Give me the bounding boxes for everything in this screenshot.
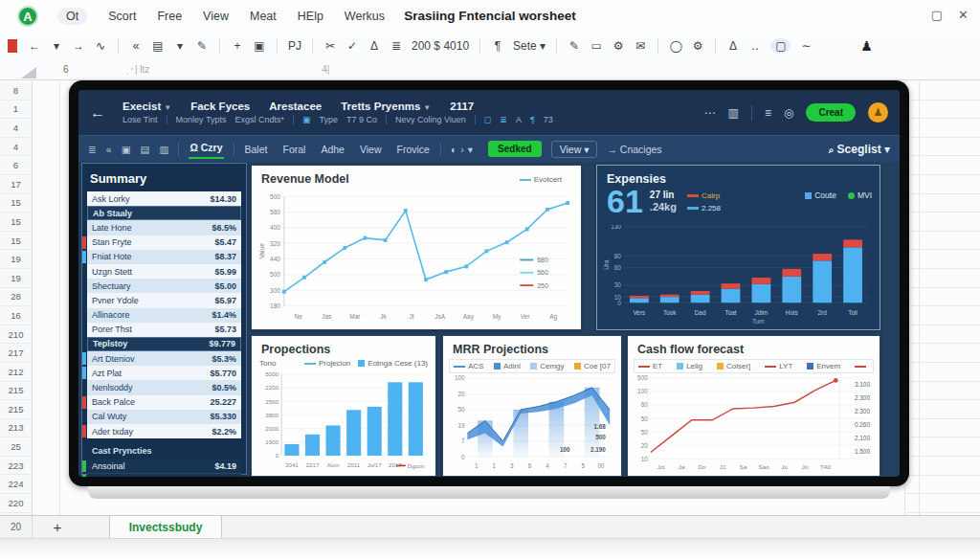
selection-icon[interactable]: ▢	[770, 38, 791, 54]
maximize-icon[interactable]: ▢	[931, 8, 943, 22]
edit-icon[interactable]: ✎	[568, 39, 581, 53]
spreadsheet-grid[interactable]	[904, 81, 980, 515]
summary-row[interactable]: Late Hone$6.5%	[87, 220, 241, 235]
view-dropdown-button[interactable]: View ▾	[551, 141, 598, 158]
person-alert-icon[interactable]: Δ	[726, 39, 740, 53]
cut-icon[interactable]: ✂	[323, 39, 337, 53]
summary-row[interactable]: Back Palce25.227	[87, 395, 241, 410]
nav-subitem[interactable]: Exgsl Cndts*	[234, 115, 284, 124]
summary-row[interactable]: Ader txday$2.2%	[87, 424, 241, 438]
nav-item-2117[interactable]: 2117	[450, 101, 474, 112]
summary-row[interactable]: Shectuary$5.00	[87, 279, 241, 293]
nav-glyph-icon[interactable]: ≣	[500, 115, 507, 124]
summary-row[interactable]: Ab Staaly	[87, 206, 241, 220]
settings-icon[interactable]: ⚙	[612, 39, 625, 53]
summary-row[interactable]: Art Dteniov$5.3%	[87, 351, 241, 366]
tab-frovice[interactable]: Frovice	[396, 142, 431, 157]
seeglist-search[interactable]: ⌕ Sceglist ▾	[829, 143, 890, 156]
nav-subitem[interactable]: A	[516, 115, 522, 124]
style-dropdown[interactable]: Sete ▾	[513, 39, 546, 53]
tab-balet[interactable]: Balet	[244, 142, 269, 157]
summary-row[interactable]: Ansoinal$4.19	[87, 459, 241, 474]
summary-row[interactable]: BAC$2.93	[87, 474, 241, 477]
user-avatar[interactable]: ♟	[868, 102, 888, 123]
create-button[interactable]: Creat	[806, 103, 856, 122]
summary-row[interactable]: Teplstoy$9.779	[87, 337, 241, 351]
shape-icon[interactable]: ◯	[669, 39, 682, 53]
wave-icon[interactable]: ∼	[799, 39, 813, 53]
menu-item-meat[interactable]: Meat	[250, 10, 277, 23]
summary-row[interactable]: Azt Plat$5.770	[87, 366, 241, 380]
history-icon[interactable]: ∿	[94, 39, 107, 53]
nav-subitem[interactable]: Lose Tint	[122, 115, 158, 124]
chevron-right-icon[interactable]: ›	[460, 144, 464, 155]
nav-subitem[interactable]: T7 9 Co	[346, 115, 377, 124]
nav-item-fack-fyces[interactable]: Fack Fyces	[190, 101, 250, 112]
back-arrow-icon[interactable]: ←	[90, 104, 122, 122]
hamburger-icon[interactable]: ≡	[765, 106, 771, 120]
nav-subitem[interactable]: 73	[544, 115, 553, 124]
nav-item-execist[interactable]: Execist▼	[122, 101, 171, 112]
rewind-icon[interactable]: «	[129, 39, 143, 53]
menu-item-view[interactable]: View	[203, 10, 229, 23]
pilcrow-icon[interactable]: ¶	[491, 39, 504, 53]
copy-icon[interactable]: ▣	[253, 39, 266, 53]
check-icon[interactable]: ✓	[345, 39, 359, 53]
tab-czry[interactable]: Ω Czry	[189, 140, 223, 159]
globe-icon[interactable]: ◐	[451, 144, 457, 155]
summary-row[interactable]: Uzgn Stett$5.99	[87, 264, 241, 279]
redo-icon[interactable]: →	[72, 39, 85, 53]
tab-view[interactable]: View	[359, 142, 383, 157]
nav-subitem[interactable]: Type	[319, 115, 338, 124]
summary-row[interactable]: Cal Wuty$5.330	[87, 410, 241, 424]
menu-item-free[interactable]: Free	[157, 10, 182, 23]
saved-button[interactable]: Sedked	[488, 141, 542, 157]
summary-row[interactable]: Ask Lorky$14.30	[87, 191, 241, 206]
menu-item-ot[interactable]: Ot	[57, 8, 87, 25]
list-icon[interactable]: ≣	[390, 39, 403, 53]
changes-link[interactable]: → Cnaciges	[607, 144, 661, 155]
menu-item-help[interactable]: HElp	[298, 10, 323, 23]
nav-glyph-icon[interactable]: ◻	[484, 115, 491, 124]
summary-row[interactable]: Allinacore$1.4%	[87, 308, 241, 323]
nav-item-arestacee[interactable]: Arestacee	[269, 101, 322, 112]
mail-icon[interactable]: ✉	[634, 39, 647, 53]
paragraph-tool[interactable]: PJ	[288, 39, 301, 53]
undo-dropdown-icon[interactable]: ▾	[50, 39, 63, 53]
undo-icon[interactable]: ←	[28, 39, 41, 53]
alert-icon[interactable]: Δ	[368, 39, 381, 53]
clipboard-icon[interactable]: ▥	[160, 144, 169, 155]
nav-glyph-icon[interactable]: ▣	[302, 115, 311, 124]
select-all-corner[interactable]	[21, 67, 36, 78]
edit-pad-icon[interactable]: ▣	[122, 144, 131, 155]
summary-row[interactable]: Pvner Ydole$5.97	[87, 293, 241, 307]
nav-subitem[interactable]: Monley Typts	[176, 115, 227, 124]
summary-row[interactable]: Porer Thst$5.73	[87, 323, 241, 337]
sheet-tab[interactable]: Invectssbudy	[109, 516, 222, 538]
tab-adhe[interactable]: Adhe	[320, 142, 345, 157]
back-icon[interactable]: «	[106, 144, 112, 155]
copy-doc-icon[interactable]: ▤	[141, 144, 150, 155]
name-box[interactable]: 6	[63, 64, 69, 75]
more-icon[interactable]: ‥	[748, 39, 762, 53]
summary-row[interactable]: Nenlsoddy$0.5%	[87, 380, 241, 394]
tab-foral[interactable]: Foral	[281, 142, 306, 157]
summary-row[interactable]: Fniat Hote$8.37	[87, 250, 241, 264]
number-format-label[interactable]: 200 $ 4010	[412, 39, 469, 53]
nav-item-tretts-pryenms[interactable]: Tretts Pryenms▼	[341, 101, 431, 112]
print-dropdown-icon[interactable]: ▾	[173, 39, 187, 53]
print-icon[interactable]: ▤	[151, 39, 165, 53]
close-icon[interactable]: ✕	[958, 8, 969, 22]
nav-subitem[interactable]: Nevy Coling Viuen	[395, 115, 466, 124]
assistant-icon[interactable]: ♟	[859, 38, 873, 54]
menu-item-scort[interactable]: Scort	[108, 10, 136, 23]
card-icon[interactable]: ▭	[590, 39, 603, 53]
chevron-down-icon[interactable]: ▾	[468, 144, 473, 155]
nav-glyph-icon[interactable]: ¶	[530, 115, 535, 124]
target-icon[interactable]: ◎	[784, 106, 793, 120]
menu-item-werkus[interactable]: Werkus	[345, 10, 385, 23]
menu-icon[interactable]: ≣	[88, 144, 97, 155]
add-icon[interactable]: +	[231, 39, 244, 53]
gear-icon[interactable]: ⚙	[691, 39, 704, 53]
more-icon[interactable]: ⋯	[704, 106, 716, 120]
